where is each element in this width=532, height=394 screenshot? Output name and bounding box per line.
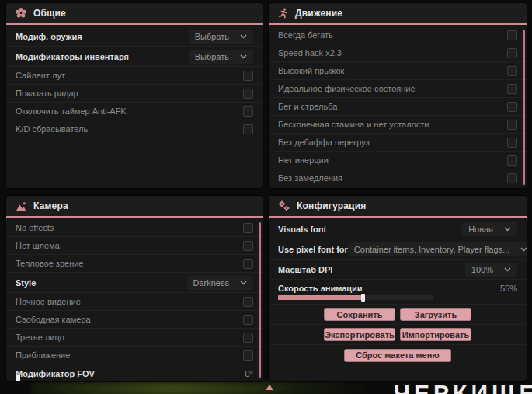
movement-scrollbar[interactable]: [523, 30, 525, 185]
load-button[interactable]: Загрузить: [400, 308, 471, 321]
checkbox[interactable]: [507, 138, 517, 148]
checkbox[interactable]: [507, 30, 517, 40]
panel-config: Конфигурация Visuals font Новая Use pixe…: [269, 196, 527, 381]
checkbox[interactable]: [507, 66, 517, 76]
game-background: [31, 382, 365, 394]
row-free-camera: Свободная камера: [6, 311, 263, 329]
save-button[interactable]: Сохранить: [324, 308, 395, 321]
flower-icon: [16, 8, 26, 19]
checkbox[interactable]: [243, 333, 253, 343]
panel-general-header[interactable]: Общие: [6, 3, 263, 25]
checkbox[interactable]: [507, 155, 517, 166]
weapon-mods-dropdown[interactable]: Выбрать: [189, 30, 253, 44]
dropdown-value: Новая: [468, 225, 493, 234]
panel-movement: Движение Всегда бегать Speed hack x2.3 В…: [269, 3, 527, 188]
panel-camera: Камера No effects Нет шлема Тепловое зре…: [6, 196, 263, 381]
import-button[interactable]: Импортировать: [400, 328, 471, 341]
checkbox[interactable]: [507, 102, 517, 112]
checkbox[interactable]: [507, 173, 517, 183]
row-visuals-font: Visuals font Новая: [269, 219, 527, 239]
checkbox[interactable]: [243, 223, 253, 233]
row-disable-antiafk-timer: Отключить таймер Anti-AFK: [6, 103, 263, 120]
checkbox[interactable]: [243, 315, 253, 325]
row-label: Speed hack x2.3: [278, 48, 342, 58]
row-no-effects: No effects: [6, 219, 263, 237]
dropdown-value: Выбрать: [195, 32, 229, 41]
reset-layout-button[interactable]: Сброс макета меню: [344, 349, 451, 362]
row-high-jump: Высокий прыжок: [269, 62, 527, 80]
row-style: Style Darkness: [6, 273, 263, 293]
row-label: Свободная камера: [16, 315, 91, 324]
dropdown-value: Выбрать: [195, 52, 229, 61]
row-label: Показать радар: [16, 89, 78, 98]
panel-config-body: Visuals font Новая Use pixel font for Co…: [269, 219, 527, 381]
checkbox[interactable]: [507, 84, 517, 94]
visuals-font-dropdown[interactable]: Новая: [462, 222, 517, 236]
screen: ЧЕРКИЩЕ Общие Модиф. оружия Выб: [0, 0, 532, 394]
panel-camera-body: No effects Нет шлема Тепловое зрение Sty…: [6, 219, 263, 381]
row-weapon-mods: Модиф. оружия Выбрать: [6, 26, 263, 47]
checkbox[interactable]: [507, 120, 517, 130]
panel-title: Камера: [33, 200, 68, 211]
dropdown-value: Container items, Inventory, Player flags…: [354, 245, 509, 254]
row-label: Идеальное физическое состояние: [278, 84, 416, 93]
slider-value: 55%: [500, 284, 517, 293]
checkbox[interactable]: [507, 48, 517, 58]
panel-movement-body: Всегда бегать Speed hack x2.3 Высокий пр…: [269, 26, 527, 188]
dpi-scale-dropdown[interactable]: 100%: [465, 263, 517, 277]
animation-speed-slider[interactable]: [278, 295, 433, 300]
camera-scrollbar[interactable]: [259, 222, 261, 378]
panel-camera-header[interactable]: Камера: [6, 196, 263, 218]
row-perfect-condition: Идеальное физическое состояние: [269, 80, 527, 98]
row-label: Третье лицо: [16, 333, 64, 342]
checkbox[interactable]: [243, 71, 253, 81]
player-marker-icon: [266, 385, 273, 390]
row-pixel-font: Use pixel font for Container items, Inve…: [269, 239, 527, 260]
export-button[interactable]: Экспортировать: [324, 328, 395, 341]
row-thermal-vision: Тепловое зрение: [6, 255, 263, 273]
checkbox[interactable]: [243, 297, 253, 307]
slider-fill: [278, 295, 363, 300]
slider-handle[interactable]: [361, 294, 365, 302]
row-zoom: Приближение: [6, 347, 263, 364]
checkbox[interactable]: [243, 89, 253, 99]
row-silent-loot: Сайлент лут: [6, 67, 263, 85]
checkbox[interactable]: [243, 350, 253, 361]
fov-slider-handle[interactable]: [16, 375, 20, 381]
row-label: Нет шлема: [16, 241, 60, 250]
checkbox[interactable]: [243, 124, 253, 134]
button-row-save-load: Сохранить Загрузить: [269, 305, 527, 325]
style-dropdown[interactable]: Darkness: [187, 276, 253, 290]
row-label: Без дебаффа перегруз: [278, 138, 370, 147]
chevron-down-icon: [240, 281, 247, 285]
button-row-export-import: Экспортировать Импортировать: [269, 325, 527, 345]
row-speed-hack: Speed hack x2.3: [269, 44, 527, 62]
pixel-font-dropdown[interactable]: Container items, Inventory, Player flags…: [348, 242, 527, 256]
checkbox[interactable]: [243, 106, 253, 117]
row-label: Скорость анимации: [278, 284, 363, 293]
panel-title: Общие: [33, 8, 66, 19]
row-label: No effects: [16, 223, 54, 232]
checkbox[interactable]: [243, 259, 253, 269]
row-label: Всегда бегать: [278, 30, 333, 40]
panel-config-header[interactable]: Конфигурация: [269, 196, 527, 218]
row-night-vision: Ночное видение: [6, 293, 263, 311]
panel-movement-header[interactable]: Движение: [269, 3, 527, 25]
fov-value: 0°: [245, 369, 253, 378]
panel-general-body: Модиф. оружия Выбрать Модификаторы инвен…: [6, 26, 263, 188]
row-label: Модификатор FOV: [16, 369, 95, 378]
dropdown-value: 100%: [471, 265, 493, 274]
chevron-down-icon: [520, 247, 527, 252]
row-label: K/D сбрасыватель: [16, 124, 88, 134]
row-fov-modifier: Модификатор FOV 0°: [6, 364, 263, 381]
checkbox[interactable]: [243, 241, 253, 251]
panel-general: Общие Модиф. оружия Выбрать Модификаторы…: [6, 3, 263, 188]
chevron-down-icon: [504, 267, 511, 272]
row-no-helmet: Нет шлема: [6, 237, 263, 255]
inventory-mods-dropdown[interactable]: Выбрать: [189, 50, 253, 64]
row-always-run: Всегда бегать: [269, 26, 527, 44]
row-kd-resetter: K/D сбрасыватель: [6, 120, 263, 138]
row-label: Сайлент лут: [16, 71, 65, 80]
row-infinite-stamina: Бесконечная стамина и нет усталости: [269, 116, 527, 134]
dropdown-value: Darkness: [193, 278, 229, 288]
